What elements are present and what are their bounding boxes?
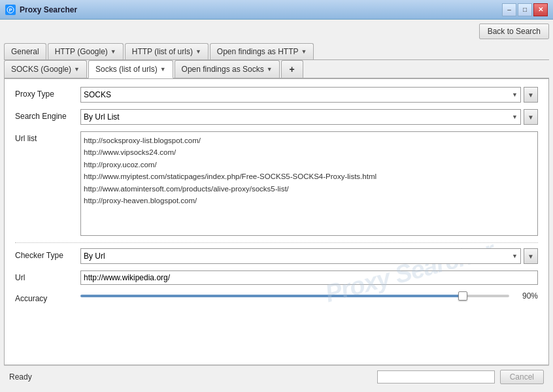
tab-plus-label: + [290,64,295,74]
tab-http-urls-arrow: ▼ [195,48,201,55]
tab-add-button[interactable]: + [281,60,303,78]
tab-socks-google-arrow: ▼ [74,66,80,73]
url-list-row: Url list http://socksproxy-list.blogspot… [15,131,538,236]
url-row: Url http://www.wikipedia.org/ [15,270,538,285]
svg-text:P: P [9,8,12,12]
form-area: Proxy Searcher Proxy Type SOCKS HTTP ▼ ▼… [4,78,549,365]
tab-socks-urls-arrow: ▼ [160,66,166,73]
tab-http-urls[interactable]: HTTP (list of urls) ▼ [125,43,209,59]
url-list-item: http://www.vipsocks24.com/ [84,146,535,158]
url-list-label: Url list [15,131,80,143]
search-engine-label: Search Engine [15,109,80,121]
url-list-item: http://proxy-heaven.blogspot.com/ [84,195,535,206]
url-list-item: http://socksproxy-list.blogspot.com/ [84,135,535,146]
close-button[interactable]: ✕ [533,3,548,16]
search-engine-expand-button[interactable]: ▼ [524,109,538,125]
tab-socks-google-label: SOCKS (Google) [11,65,71,74]
accuracy-slider-container: 90% [80,291,538,301]
tabs-row-2: SOCKS (Google) ▼ Socks (list of urls) ▼ … [4,60,549,78]
progress-bar [377,370,495,384]
tab-http-google-label: HTTP (Google) [55,47,108,56]
window-icon: P [5,5,16,15]
search-engine-control: By Url List Google ▼ ▼ [80,109,538,125]
tabs-row-1: General HTTP (Google) ▼ HTTP (list of ur… [4,43,549,60]
tab-http-urls-label: HTTP (list of urls) [132,47,193,56]
tab-general-label: General [11,47,39,56]
proxy-type-select-container[interactable]: SOCKS HTTP ▼ [80,87,521,103]
checker-type-label: Checker Type [15,248,80,260]
tab-socks-google[interactable]: SOCKS (Google) ▼ [4,60,87,78]
status-text: Ready [9,372,372,382]
proxy-type-row: Proxy Type SOCKS HTTP ▼ ▼ [15,87,538,103]
url-list-area[interactable]: http://socksproxy-list.blogspot.com/http… [80,131,538,236]
accuracy-label: Accuracy [15,291,80,303]
checker-type-expand-button[interactable]: ▼ [524,248,538,264]
checker-type-select[interactable]: By Url Custom [81,249,520,263]
window-title: Proxy Searcher [20,5,502,14]
cancel-button[interactable]: Cancel [500,370,544,384]
url-control: http://www.wikipedia.org/ [80,270,538,285]
url-list-item: http://www.atomintersoft.com/products/al… [84,183,535,195]
tab-open-http[interactable]: Open findings as HTTP ▼ [210,43,314,59]
tab-http-google[interactable]: HTTP (Google) ▼ [48,43,124,59]
maximize-button[interactable]: □ [518,3,532,16]
proxy-type-expand-button[interactable]: ▼ [524,87,538,103]
window-controls: – □ ✕ [502,3,548,16]
url-list-item: http://proxy.ucoz.com/ [84,159,535,171]
tab-open-socks-label: Open findings as Socks [182,65,264,74]
accuracy-control: 90% [80,291,538,301]
tab-open-socks[interactable]: Open findings as Socks ▼ [175,60,280,78]
back-to-search-button[interactable]: Back to Search [479,24,549,39]
url-input[interactable]: http://www.wikipedia.org/ [80,270,538,285]
proxy-type-label: Proxy Type [15,87,80,99]
search-engine-select[interactable]: By Url List Google [81,110,520,124]
url-list-item: http://www.myiptest.com/staticpages/inde… [84,171,535,182]
url-list-control: http://socksproxy-list.blogspot.com/http… [80,131,538,236]
tab-socks-urls[interactable]: Socks (list of urls) ▼ [88,60,173,78]
search-engine-select-container[interactable]: By Url List Google ▼ [80,109,521,125]
title-bar: P Proxy Searcher – □ ✕ [0,0,553,20]
accuracy-percent: 90% [514,291,538,301]
window-content: Back to Search General HTTP (Google) ▼ H… [0,20,553,392]
proxy-type-control: SOCKS HTTP ▼ ▼ [80,87,538,103]
search-engine-row: Search Engine By Url List Google ▼ ▼ [15,109,538,125]
url-label: Url [15,270,80,282]
minimize-button[interactable]: – [502,3,516,16]
tab-general[interactable]: General [4,43,46,59]
checker-type-select-container[interactable]: By Url Custom ▼ [80,248,521,264]
tab-open-socks-arrow: ▼ [267,66,273,73]
tab-socks-urls-label: Socks (list of urls) [95,65,158,74]
accuracy-row: Accuracy 90% [15,291,538,303]
accuracy-slider[interactable] [80,295,509,297]
tab-http-google-arrow: ▼ [110,48,116,55]
tab-open-http-arrow: ▼ [301,48,307,55]
toolbar: Back to Search [4,24,549,39]
checker-type-control: By Url Custom ▼ ▼ [80,248,538,264]
status-bar: Ready Cancel [4,365,549,388]
checker-type-row: Checker Type By Url Custom ▼ ▼ [15,248,538,264]
divider [15,242,538,243]
tab-open-http-label: Open findings as HTTP [217,47,299,56]
proxy-type-select[interactable]: SOCKS HTTP [81,88,520,102]
